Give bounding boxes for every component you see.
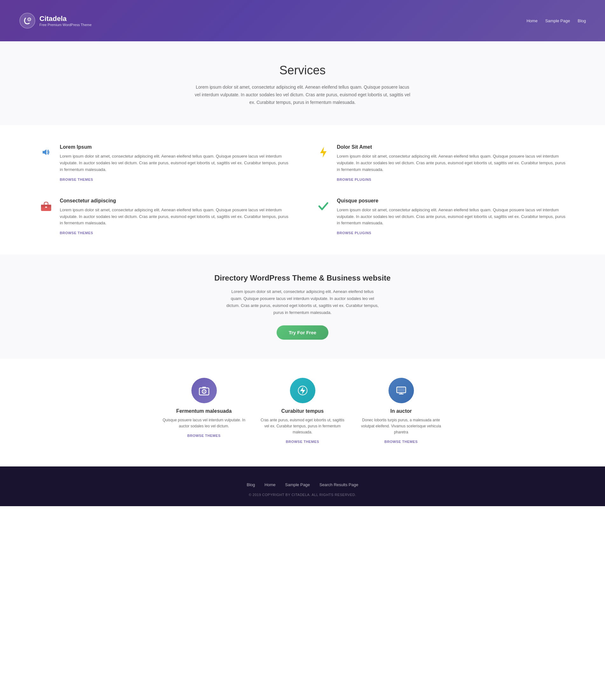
footer-nav: Blog Home Sample Page Search Results Pag…	[13, 482, 592, 487]
feature-title-4: Quisque posuere	[337, 198, 567, 204]
feature-content-1: Lorem Ipsum Lorem ipsum dolor sit amet, …	[60, 144, 290, 182]
site-footer: Blog Home Sample Page Search Results Pag…	[0, 467, 605, 506]
nav-sample-page[interactable]: Sample Page	[545, 19, 570, 23]
svg-point-1	[28, 18, 31, 21]
camera-icon-circle	[191, 378, 217, 403]
logo-area: Citadela Free Premium WordPress Theme	[19, 12, 92, 29]
feature-content-4: Quisque posuere Lorem ipsum dolor sit am…	[337, 198, 567, 235]
logo-icon	[19, 12, 35, 29]
monitor-icon-circle	[388, 378, 414, 403]
card-link-2[interactable]: BROWSE THEMES	[286, 440, 319, 444]
cta-description: Lorem ipsum dolor sit amet, consectetur …	[226, 288, 379, 316]
feature-title-1: Lorem Ipsum	[60, 144, 290, 150]
feature-content-3: Consectetur adipiscing Lorem ipsum dolor…	[60, 198, 290, 235]
feature-item-lorem-ipsum: Lorem Ipsum Lorem ipsum dolor sit amet, …	[38, 144, 290, 182]
card-in-auctor: In auctor Donec lobortis turpis purus, a…	[357, 378, 446, 445]
feature-desc-1: Lorem ipsum dolor sit amet, consectetur …	[60, 153, 290, 173]
nav-blog[interactable]: Blog	[578, 19, 586, 23]
features-grid: Lorem Ipsum Lorem ipsum dolor sit amet, …	[38, 144, 567, 235]
site-header: Citadela Free Premium WordPress Theme Ho…	[0, 0, 605, 41]
svg-marker-2	[320, 147, 326, 158]
services-title: Services	[19, 64, 586, 77]
cta-title: Directory WordPress Theme & Business web…	[13, 274, 592, 282]
feature-desc-2: Lorem ipsum dolor sit amet, consectetur …	[337, 153, 567, 173]
footer-nav-search-results[interactable]: Search Results Page	[319, 482, 358, 487]
card-desc-3: Donec lobortis turpis purus, a malesuada…	[357, 417, 446, 435]
feature-desc-4: Lorem ipsum dolor sit amet, consectetur …	[337, 207, 567, 227]
footer-nav-home[interactable]: Home	[265, 482, 276, 487]
svg-rect-13	[398, 388, 405, 392]
cards-grid: Fermentum malesuada Quisque posuere lacu…	[160, 378, 446, 445]
feature-link-2[interactable]: BROWSE PLUGINS	[337, 178, 371, 181]
feature-link-3[interactable]: BROWSE THEMES	[60, 231, 93, 235]
footer-nav-sample-page[interactable]: Sample Page	[285, 482, 310, 487]
bolt-circle-icon	[290, 378, 315, 403]
feature-title-3: Consectetur adipiscing	[60, 198, 290, 204]
feature-title-2: Dolor Sit Amet	[337, 144, 567, 150]
briefcase-icon	[38, 198, 54, 214]
card-curabitur: Curabitur tempus Cras ante purus, euismo…	[258, 378, 347, 445]
card-desc-1: Quisque posuere lacus vel interdum vulpu…	[160, 417, 249, 429]
feature-desc-3: Lorem ipsum dolor sit amet, consectetur …	[60, 207, 290, 227]
nav-home[interactable]: Home	[527, 19, 538, 23]
card-title-3: In auctor	[357, 408, 446, 414]
card-desc-2: Cras ante purus, euismod eget lobortis u…	[258, 417, 347, 435]
feature-link-1[interactable]: BROWSE THEMES	[60, 178, 93, 181]
feature-item-dolor-sit-amet: Dolor Sit Amet Lorem ipsum dolor sit ame…	[315, 144, 567, 182]
cta-section: Directory WordPress Theme & Business web…	[0, 254, 605, 358]
footer-nav-blog[interactable]: Blog	[247, 482, 255, 487]
card-title-1: Fermentum malesuada	[160, 408, 249, 414]
logo-subtitle: Free Premium WordPress Theme	[40, 23, 92, 27]
svg-marker-11	[300, 387, 305, 394]
card-link-1[interactable]: BROWSE THEMES	[187, 434, 221, 438]
bolt-icon	[315, 144, 331, 160]
svg-point-0	[20, 13, 35, 28]
svg-rect-8	[202, 387, 206, 388]
features-section: Lorem Ipsum Lorem ipsum dolor sit amet, …	[0, 125, 605, 254]
feature-link-4[interactable]: BROWSE PLUGINS	[337, 231, 371, 235]
logo-title: Citadela	[40, 15, 92, 23]
main-nav: Home Sample Page Blog	[527, 19, 586, 23]
svg-point-9	[203, 391, 205, 392]
card-link-3[interactable]: BROWSE THEMES	[384, 440, 418, 444]
card-fermentum: Fermentum malesuada Quisque posuere lacu…	[160, 378, 249, 445]
feature-item-consectetur: Consectetur adipiscing Lorem ipsum dolor…	[38, 198, 290, 235]
try-for-free-button[interactable]: Try For Free	[276, 325, 329, 340]
logo-text: Citadela Free Premium WordPress Theme	[40, 15, 92, 27]
megaphone-icon	[38, 144, 54, 160]
services-description: Lorem ipsum dolor sit amet, consectetur …	[195, 83, 411, 106]
card-title-2: Curabitur tempus	[258, 408, 347, 414]
footer-copyright: © 2019 COPYRIGHT BY CITADELA. ALL RIGHTS…	[13, 493, 592, 497]
services-section: Services Lorem ipsum dolor sit amet, con…	[0, 41, 605, 125]
feature-content-2: Dolor Sit Amet Lorem ipsum dolor sit ame…	[337, 144, 567, 182]
check-icon	[315, 198, 331, 214]
feature-item-quisque: Quisque posuere Lorem ipsum dolor sit am…	[315, 198, 567, 235]
svg-rect-5	[45, 206, 47, 208]
cards-section: Fermentum malesuada Quisque posuere lacu…	[0, 359, 605, 467]
